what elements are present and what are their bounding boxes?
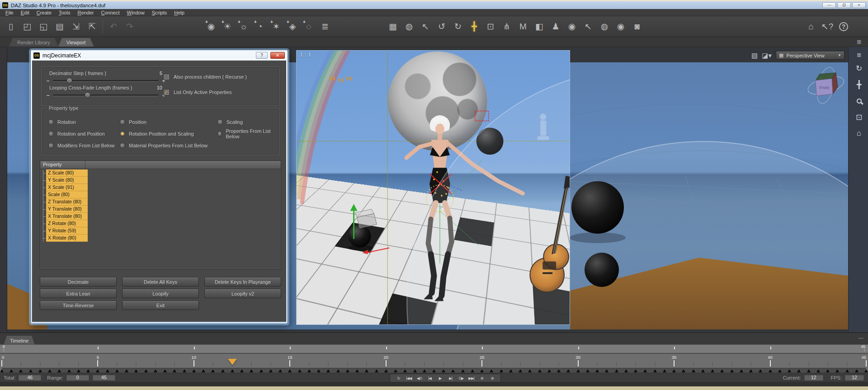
camera-aspect-frame[interactable]: 1 : 1 bbox=[296, 50, 570, 325]
extra-lean-button[interactable]: Extra Lean bbox=[40, 289, 117, 298]
camera-view-selector[interactable]: ▦ Perspective View ▼ bbox=[776, 51, 844, 60]
node-selection-icon[interactable]: ↖ bbox=[418, 19, 433, 34]
range-end-field[interactable]: 45 bbox=[92, 374, 116, 381]
range-end-marker[interactable]: 45↓ bbox=[859, 345, 865, 352]
render-preview-icon[interactable]: ▧ bbox=[751, 52, 758, 60]
sphere-settings-icon[interactable]: ◍ bbox=[597, 19, 612, 34]
ds-home-icon[interactable]: ⌂ bbox=[804, 19, 818, 34]
playhead[interactable] bbox=[228, 359, 237, 365]
dialog-close-button[interactable]: ✕ bbox=[270, 52, 285, 59]
delete-all-keys-button[interactable]: Delete All Keys bbox=[122, 277, 199, 287]
scene-grid-icon[interactable]: ▦ bbox=[386, 19, 400, 34]
menu-create[interactable]: Create bbox=[33, 10, 55, 15]
radio-material-properties-from-list-below[interactable]: Material Properties From List Below bbox=[120, 142, 217, 149]
menu-window[interactable]: Window bbox=[123, 10, 148, 15]
create-distant-light-icon[interactable]: +☀ bbox=[220, 19, 235, 34]
previous-key-button[interactable]: ◀⊙ bbox=[415, 375, 424, 381]
exit-button[interactable]: Exit bbox=[122, 301, 199, 310]
group-list-icon[interactable]: ≣ bbox=[318, 19, 332, 34]
create-null-icon[interactable]: +◌ bbox=[302, 19, 316, 34]
timeline-frame-ruler[interactable]: 051015202530354045 bbox=[0, 354, 868, 373]
radio-dot[interactable] bbox=[217, 119, 223, 125]
save-icon[interactable]: ▤ bbox=[52, 19, 67, 34]
pointer-settings-icon[interactable]: ↖ bbox=[581, 19, 595, 34]
create-camera-icon[interactable]: +◉ bbox=[204, 19, 218, 34]
camera-settings-icon[interactable]: ◉ bbox=[613, 19, 628, 34]
tab-render-library[interactable]: Render Library bbox=[9, 38, 58, 47]
timeline-collapse-handle[interactable]: — bbox=[859, 335, 863, 340]
create-primitive-icon[interactable]: +◈ bbox=[285, 19, 300, 34]
fps-field[interactable]: 12 bbox=[844, 374, 864, 381]
create-spotlight-icon[interactable]: +✶ bbox=[269, 19, 283, 34]
universal-manipulator-icon[interactable]: ◍ bbox=[402, 19, 416, 34]
checkbox-box[interactable]: ✓ bbox=[163, 89, 170, 95]
scale-tool-icon[interactable]: ⊡ bbox=[483, 19, 498, 34]
figure-tool-icon[interactable]: ♟ bbox=[548, 19, 563, 34]
property-list-header[interactable]: Property bbox=[40, 161, 281, 169]
delete-key-button[interactable]: ⊗ bbox=[477, 375, 486, 381]
checkbox-active-properties[interactable]: ✓List Only Active Properties bbox=[163, 89, 247, 96]
radio-properties-from-list-below[interactable]: Properties From List Below bbox=[217, 130, 276, 137]
left-dock-strip[interactable] bbox=[0, 47, 7, 332]
radio-rotation[interactable]: Rotation bbox=[48, 118, 120, 125]
redo-icon[interactable]: ↷ bbox=[123, 19, 137, 34]
property-list[interactable]: Property Z Scale (80)Y Scale (80)X Scale… bbox=[40, 160, 281, 270]
mcjdecimateex-dialog[interactable]: DS mcjDecimateEX ? ✕ Decimator Step ( fr… bbox=[30, 50, 288, 324]
create-gauge-icon[interactable]: +◔ bbox=[253, 19, 267, 34]
previous-frame-button[interactable]: |◀ bbox=[425, 375, 434, 381]
checkbox-recurse[interactable]: Also process children ( Recurse ) bbox=[163, 73, 247, 80]
surface-selection-icon[interactable]: ◧ bbox=[532, 19, 547, 34]
go-to-start-button[interactable]: |◀◀ bbox=[404, 375, 414, 381]
create-point-light-icon[interactable]: +☼ bbox=[236, 19, 251, 34]
delete-keys-in-playrange-button[interactable]: Delete Keys In Playrange bbox=[204, 277, 281, 287]
translate-tool-icon[interactable]: ╋ bbox=[467, 19, 481, 34]
property-list-item[interactable]: Y Rotate (59) bbox=[46, 227, 88, 235]
radio-dot[interactable] bbox=[48, 143, 54, 148]
minimize-button[interactable]: — bbox=[822, 2, 836, 8]
dialog-titlebar[interactable]: DS mcjDecimateEX ? ✕ bbox=[32, 50, 286, 61]
time-reverse-button[interactable]: Time-Reverse bbox=[40, 301, 117, 310]
radio-modifiers-from-list-below[interactable]: Modifiers From List Below bbox=[48, 142, 120, 149]
rotate-tool-icon[interactable]: ↻ bbox=[451, 19, 465, 34]
loopify-button[interactable]: Loopify bbox=[122, 289, 199, 298]
loop-button[interactable]: ↻ bbox=[394, 375, 403, 381]
menu-render[interactable]: Render bbox=[74, 10, 97, 15]
decimator-step-minus[interactable]: − bbox=[46, 78, 50, 84]
reset-view-icon[interactable]: ⌂ bbox=[854, 128, 864, 138]
pan-icon[interactable]: ╋ bbox=[854, 80, 864, 89]
menu-connect[interactable]: Connect bbox=[98, 10, 123, 15]
property-list-item[interactable]: Z Scale (80) bbox=[46, 169, 88, 177]
property-list-item[interactable]: Y Translate (80) bbox=[46, 206, 88, 213]
import-icon[interactable]: ⇲ bbox=[69, 19, 83, 34]
radio-dot[interactable] bbox=[48, 131, 54, 136]
range-start-marker[interactable]: 0↓ bbox=[3, 345, 9, 352]
help-icon[interactable]: ? bbox=[836, 19, 851, 34]
play-button[interactable]: ▶ bbox=[435, 375, 445, 381]
add-key-button[interactable]: ⊕ bbox=[487, 375, 497, 381]
menu-scripts[interactable]: Scripts bbox=[148, 10, 171, 15]
view-orientation-cube[interactable]: Front bbox=[806, 65, 847, 105]
crossfade-length-minus[interactable]: − bbox=[46, 92, 50, 99]
menu-file[interactable]: File bbox=[2, 10, 17, 15]
radio-scaling[interactable]: Scaling bbox=[217, 118, 276, 125]
property-list-item[interactable]: X Translate (80) bbox=[46, 213, 88, 220]
property-list-item[interactable]: Z Translate (80) bbox=[46, 198, 88, 206]
decimator-step-slider[interactable] bbox=[53, 80, 159, 82]
total-frames-field[interactable]: 46 bbox=[18, 374, 42, 381]
radio-dot[interactable] bbox=[48, 119, 54, 125]
tab-viewport[interactable]: Viewport bbox=[58, 38, 94, 47]
rotate-cursor-icon[interactable]: ↺ bbox=[434, 19, 449, 34]
property-list-item[interactable]: X Scale (91) bbox=[46, 184, 88, 191]
whats-this-icon[interactable]: ↖? bbox=[820, 19, 835, 34]
dialog-help-button[interactable]: ? bbox=[256, 52, 268, 59]
property-list-item[interactable]: Scale (80) bbox=[46, 191, 88, 198]
viewport-pane-menu-icon[interactable]: ≣ bbox=[857, 52, 862, 58]
range-start-field[interactable]: 0 bbox=[66, 374, 90, 381]
menu-tools[interactable]: Tools bbox=[55, 10, 74, 15]
restore-button[interactable]: ⊡ bbox=[837, 2, 851, 8]
camera-cursor-icon[interactable]: ◉ bbox=[565, 19, 579, 34]
open-file-icon[interactable]: ◰ bbox=[20, 19, 34, 34]
radio-dot[interactable] bbox=[120, 131, 125, 136]
go-to-end-button[interactable]: ▶▶| bbox=[467, 375, 476, 381]
radio-dot[interactable] bbox=[120, 119, 125, 125]
